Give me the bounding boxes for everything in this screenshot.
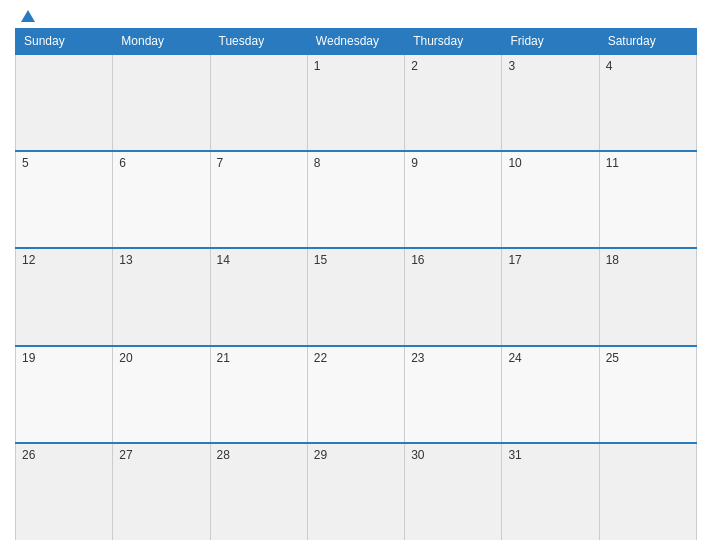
calendar-week-1: 1234 [16,54,697,151]
day-number: 7 [217,156,224,170]
calendar-cell: 6 [113,151,210,248]
day-number: 24 [508,351,521,365]
calendar-cell: 8 [307,151,404,248]
weekday-sunday: Sunday [16,29,113,55]
calendar-cell: 30 [405,443,502,540]
day-number: 27 [119,448,132,462]
calendar-cell: 15 [307,248,404,345]
calendar-body: 1234567891011121314151617181920212223242… [16,54,697,540]
calendar-cell: 2 [405,54,502,151]
calendar-cell: 31 [502,443,599,540]
day-number: 22 [314,351,327,365]
calendar-week-2: 567891011 [16,151,697,248]
calendar-cell: 9 [405,151,502,248]
calendar-cell: 20 [113,346,210,443]
day-number: 8 [314,156,321,170]
weekday-saturday: Saturday [599,29,696,55]
calendar-cell: 24 [502,346,599,443]
day-number: 9 [411,156,418,170]
day-number: 18 [606,253,619,267]
day-number: 25 [606,351,619,365]
day-number: 23 [411,351,424,365]
day-number: 20 [119,351,132,365]
logo-blue-text [19,10,35,22]
calendar-grid: SundayMondayTuesdayWednesdayThursdayFrid… [15,28,697,540]
calendar-header [15,10,697,22]
calendar-cell: 5 [16,151,113,248]
day-number: 19 [22,351,35,365]
day-number: 1 [314,59,321,73]
day-number: 17 [508,253,521,267]
day-number: 4 [606,59,613,73]
day-number: 31 [508,448,521,462]
calendar-cell [599,443,696,540]
weekday-tuesday: Tuesday [210,29,307,55]
day-number: 29 [314,448,327,462]
calendar-cell: 28 [210,443,307,540]
day-number: 11 [606,156,619,170]
logo-triangle-icon [21,10,35,22]
calendar-cell: 26 [16,443,113,540]
calendar-cell: 18 [599,248,696,345]
day-number: 14 [217,253,230,267]
weekday-wednesday: Wednesday [307,29,404,55]
calendar-cell: 7 [210,151,307,248]
calendar-cell: 23 [405,346,502,443]
calendar-cell: 10 [502,151,599,248]
calendar-cell: 14 [210,248,307,345]
calendar-cell: 3 [502,54,599,151]
logo [19,10,35,22]
day-number: 28 [217,448,230,462]
day-number: 10 [508,156,521,170]
calendar-cell: 19 [16,346,113,443]
calendar-cell [16,54,113,151]
calendar-cell: 1 [307,54,404,151]
calendar-cell: 13 [113,248,210,345]
calendar-week-3: 12131415161718 [16,248,697,345]
calendar-cell: 4 [599,54,696,151]
day-number: 16 [411,253,424,267]
calendar-cell: 17 [502,248,599,345]
weekday-thursday: Thursday [405,29,502,55]
calendar-cell: 29 [307,443,404,540]
calendar-week-4: 19202122232425 [16,346,697,443]
day-number: 26 [22,448,35,462]
day-number: 5 [22,156,29,170]
calendar-cell: 27 [113,443,210,540]
day-number: 21 [217,351,230,365]
day-number: 12 [22,253,35,267]
calendar-cell: 22 [307,346,404,443]
calendar-cell [113,54,210,151]
weekday-friday: Friday [502,29,599,55]
calendar-header-row: SundayMondayTuesdayWednesdayThursdayFrid… [16,29,697,55]
calendar-cell: 25 [599,346,696,443]
weekday-monday: Monday [113,29,210,55]
day-number: 6 [119,156,126,170]
day-number: 2 [411,59,418,73]
day-number: 15 [314,253,327,267]
day-number: 3 [508,59,515,73]
calendar-cell [210,54,307,151]
calendar-cell: 16 [405,248,502,345]
day-number: 13 [119,253,132,267]
weekday-header: SundayMondayTuesdayWednesdayThursdayFrid… [16,29,697,55]
day-number: 30 [411,448,424,462]
calendar-week-5: 262728293031 [16,443,697,540]
calendar-cell: 11 [599,151,696,248]
calendar-cell: 12 [16,248,113,345]
calendar-cell: 21 [210,346,307,443]
